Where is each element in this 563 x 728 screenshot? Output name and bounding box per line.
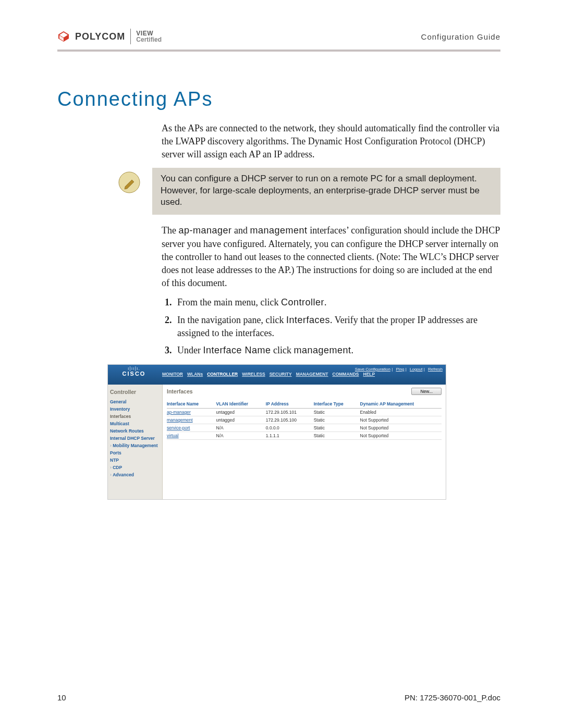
page-number: 10 bbox=[57, 693, 66, 702]
intro-paragraph: As the APs are connected to the network,… bbox=[162, 122, 500, 162]
side-inventory[interactable]: Inventory bbox=[110, 405, 162, 413]
table-header-row: Interface Name VLAN Identifier IP Addres… bbox=[167, 400, 442, 409]
cisco-wordmark: CISCO bbox=[108, 371, 160, 377]
iface-link-service-port[interactable]: service-port bbox=[167, 425, 190, 430]
new-interface-button[interactable]: New... bbox=[411, 388, 442, 395]
table-row: virtual N/A 1.1.1.1 Static Not Supported bbox=[167, 432, 442, 440]
cisco-util-links: Save Configuration | Ping | Logout | Ref… bbox=[160, 365, 446, 372]
side-ntp[interactable]: NTP bbox=[110, 456, 162, 464]
doc-id: PN: 1725-36070-001_P.doc bbox=[405, 693, 500, 702]
page-header: POLYCOM VIEW Certified Configuration Gui… bbox=[57, 29, 500, 47]
page: POLYCOM VIEW Certified Configuration Gui… bbox=[0, 0, 563, 728]
iface-link-management[interactable]: management bbox=[167, 417, 193, 423]
brand-group: POLYCOM VIEW Certified bbox=[57, 29, 162, 44]
brand-name: POLYCOM bbox=[75, 31, 125, 42]
tab-management[interactable]: MANAGEMENT bbox=[296, 372, 328, 378]
util-save[interactable]: Save Configuration bbox=[355, 367, 390, 372]
cisco-page-title: Interfaces bbox=[167, 388, 193, 394]
tab-wireless[interactable]: WIRELESS bbox=[242, 372, 265, 378]
col-ip: IP Address bbox=[266, 400, 314, 409]
side-ports[interactable]: Ports bbox=[110, 449, 162, 456]
badge-line-2: Certified bbox=[136, 36, 162, 43]
cisco-body: Controller General Inventory Interfaces … bbox=[108, 385, 446, 499]
step-3: Under Interface Name click management. bbox=[174, 344, 500, 357]
side-multicast[interactable]: Multicast bbox=[110, 420, 162, 427]
col-dyn: Dynamic AP Management bbox=[360, 400, 442, 409]
iface-link-virtual[interactable]: virtual bbox=[167, 433, 179, 438]
tab-wlans[interactable]: WLANs bbox=[187, 372, 203, 378]
cisco-sidebar: Controller General Inventory Interfaces … bbox=[108, 385, 163, 499]
table-row: service-port N/A 0.0.0.0 Static Not Supp… bbox=[167, 424, 442, 432]
interfaces-paragraph: The ap-manager and management interfaces… bbox=[162, 224, 500, 290]
tab-controller[interactable]: CONTROLLER bbox=[207, 372, 238, 378]
col-vlan: VLAN Identifier bbox=[216, 400, 266, 409]
tab-monitor[interactable]: MONITOR bbox=[162, 372, 183, 378]
section-title: Connecting APs bbox=[57, 88, 500, 110]
side-advanced[interactable]: Advanced bbox=[110, 471, 162, 478]
view-certified-badge: VIEW Certified bbox=[136, 30, 162, 43]
steps-list: From the main menu, click Controller. In… bbox=[162, 296, 500, 357]
note-icon bbox=[118, 171, 141, 194]
cisco-main-tabs: MONITOR WLANs CONTROLLER WIRELESS SECURI… bbox=[160, 372, 446, 378]
util-refresh[interactable]: Refresh bbox=[428, 367, 443, 372]
polycom-logo-icon bbox=[57, 31, 70, 42]
step-1: From the main menu, click Controller. bbox=[174, 296, 500, 309]
util-logout[interactable]: Logout bbox=[410, 367, 422, 372]
tab-commands[interactable]: COMMANDS bbox=[333, 372, 359, 378]
cisco-screenshot: ı|ıı|ı. CISCO Save Configuration | Ping … bbox=[107, 364, 446, 500]
side-network-routes[interactable]: Network Routes bbox=[110, 427, 162, 435]
col-name: Interface Name bbox=[167, 400, 216, 409]
cisco-main: Interfaces New... Interface Name VLAN Id… bbox=[163, 385, 446, 499]
page-footer: 10 PN: 1725-36070-001_P.doc bbox=[57, 693, 500, 702]
iface-link-ap-manager[interactable]: ap-manager bbox=[167, 410, 191, 415]
side-internal-dhcp[interactable]: Internal DHCP Server bbox=[110, 435, 162, 442]
header-rule bbox=[57, 50, 500, 52]
table-row: ap-manager untagged 172.29.105.101 Stati… bbox=[167, 409, 442, 416]
tab-security[interactable]: SECURITY bbox=[270, 372, 292, 378]
tab-help[interactable]: HELP bbox=[363, 372, 375, 378]
cisco-brand: ı|ıı|ı. CISCO bbox=[108, 365, 160, 385]
util-ping[interactable]: Ping bbox=[396, 367, 404, 372]
side-general[interactable]: General bbox=[110, 398, 162, 405]
table-row: management untagged 172.29.105.100 Stati… bbox=[167, 416, 442, 424]
side-interfaces[interactable]: Interfaces bbox=[110, 413, 162, 420]
side-cdp[interactable]: CDP bbox=[110, 464, 162, 471]
header-doc-type: Configuration Guide bbox=[421, 32, 500, 41]
cisco-top-bar: ı|ıı|ı. CISCO Save Configuration | Ping … bbox=[108, 365, 446, 385]
col-type: Interface Type bbox=[314, 400, 360, 409]
step-2: In the navigation pane, click Interfaces… bbox=[174, 314, 500, 340]
body-column: As the APs are connected to the network,… bbox=[162, 122, 500, 357]
note-text: You can configure a DHCP server to run o… bbox=[152, 168, 500, 215]
sidebar-title: Controller bbox=[110, 388, 162, 398]
interfaces-table: Interface Name VLAN Identifier IP Addres… bbox=[167, 400, 442, 440]
side-mobility[interactable]: Mobility Management bbox=[110, 442, 162, 449]
note-block: You can configure a DHCP server to run o… bbox=[118, 168, 500, 215]
brand-divider bbox=[130, 29, 131, 44]
